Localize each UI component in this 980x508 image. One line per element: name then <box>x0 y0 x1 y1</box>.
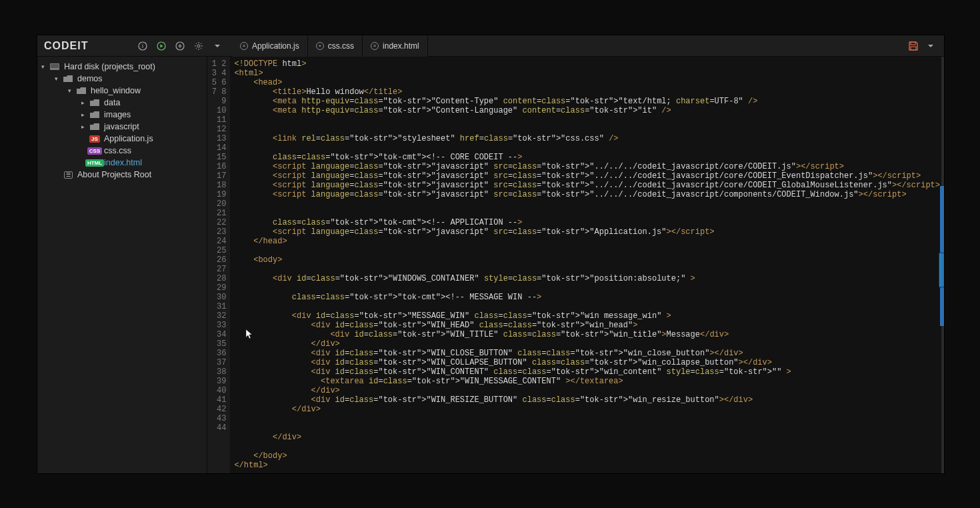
tree-label: About Projects Root <box>77 170 151 179</box>
svg-text:i: i <box>142 43 143 49</box>
folder-icon <box>76 87 87 94</box>
tab-bar: × Application.js × css.css × index.html <box>232 35 428 57</box>
tree-folder-hello-window[interactable]: ▾ hello_window <box>37 85 207 97</box>
tree-label: Hard disk (projects_root) <box>64 62 155 71</box>
editor: 1 2 3 4 5 6 7 8 9 10 11 12 13 14 15 16 1… <box>207 57 944 473</box>
tree-file-application-js[interactable]: JS Application.js <box>37 133 207 145</box>
add-icon[interactable] <box>175 41 185 51</box>
close-icon[interactable]: × <box>316 42 324 50</box>
dropdown-icon[interactable] <box>925 41 936 51</box>
topbar-right <box>908 41 944 51</box>
tree-label: Application.js <box>104 134 153 143</box>
tree-folder-demos[interactable]: ▾ demos <box>37 73 207 85</box>
tree-label: javascript <box>104 122 139 131</box>
app-logo: CODEIT <box>37 40 104 52</box>
app-window: CODEIT i × Application.js × css.css × in… <box>37 35 945 474</box>
chevron-down-icon: ▾ <box>40 63 45 70</box>
info-icon[interactable]: i <box>137 41 148 51</box>
tree-file-css-css[interactable]: CSS css.css <box>37 145 207 157</box>
svg-rect-6 <box>911 47 916 50</box>
close-icon[interactable]: × <box>371 42 379 50</box>
folder-icon <box>63 75 73 82</box>
svg-rect-8 <box>51 64 59 68</box>
topbar: CODEIT i × Application.js × css.css × in… <box>37 35 944 57</box>
css-file-icon: CSS <box>89 147 100 155</box>
tab-application-js[interactable]: × Application.js <box>232 35 308 57</box>
chevron-right-icon: ▸ <box>80 99 85 106</box>
folder-icon <box>89 123 100 130</box>
tree-label: images <box>104 110 131 119</box>
tree-label: css.css <box>104 146 131 155</box>
tab-css-css[interactable]: × css.css <box>308 35 363 57</box>
tree-label: data <box>104 98 120 107</box>
run-icon[interactable] <box>156 41 167 51</box>
chevron-down-icon: ▾ <box>53 75 59 82</box>
body: ▾ Hard disk (projects_root) ▾ demos ▾ he… <box>37 57 944 473</box>
tree-about[interactable]: ☰ About Projects Root <box>37 169 207 181</box>
tab-index-html[interactable]: × index.html <box>363 35 428 57</box>
info-file-icon: ☰ <box>63 171 73 179</box>
file-tree: ▾ Hard disk (projects_root) ▾ demos ▾ he… <box>37 57 207 473</box>
gear-icon[interactable] <box>193 41 204 51</box>
tree-file-index-html[interactable]: HTML index.html <box>37 157 207 169</box>
scrollbar-track[interactable] <box>941 57 944 473</box>
folder-icon <box>89 111 100 118</box>
save-icon[interactable] <box>908 41 919 51</box>
code-area[interactable]: <!DOCTYPE html> <html> <head> <title>Hel… <box>230 57 944 473</box>
tree-label: hello_window <box>91 86 141 95</box>
toolbar: i <box>104 41 229 51</box>
line-gutter: 1 2 3 4 5 6 7 8 9 10 11 12 13 14 15 16 1… <box>207 57 230 473</box>
tab-label: css.css <box>328 41 354 51</box>
close-icon[interactable]: × <box>240 42 248 50</box>
chevron-right-icon: ▸ <box>80 123 85 130</box>
tree-folder-javascript[interactable]: ▸ javascript <box>37 121 207 133</box>
tree-label: index.html <box>104 158 142 167</box>
chevron-down-icon: ▾ <box>67 87 72 94</box>
tree-root[interactable]: ▾ Hard disk (projects_root) <box>37 61 207 73</box>
tree-folder-data[interactable]: ▸ data <box>37 97 207 109</box>
svg-point-4 <box>197 45 200 47</box>
dropdown-icon[interactable] <box>212 41 223 51</box>
chevron-right-icon: ▸ <box>80 111 85 118</box>
disk-icon <box>49 63 60 70</box>
tab-label: index.html <box>383 41 419 51</box>
tab-label: Application.js <box>252 41 299 51</box>
tree-folder-images[interactable]: ▸ images <box>37 109 207 121</box>
tree-label: demos <box>77 74 103 83</box>
folder-icon <box>89 99 100 106</box>
js-file-icon: JS <box>89 135 100 143</box>
html-file-icon: HTML <box>89 159 100 167</box>
scrollbar-thumb[interactable] <box>939 253 944 287</box>
